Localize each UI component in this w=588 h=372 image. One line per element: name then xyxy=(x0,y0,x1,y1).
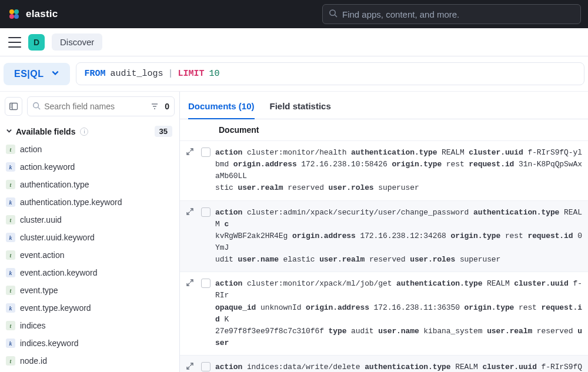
field-type-badge: k xyxy=(6,268,15,277)
document-summary[interactable]: action indices:data/write/delete authent… xyxy=(215,361,582,372)
field-item[interactable]: tcluster.uuid xyxy=(0,211,179,229)
field-item[interactable]: kindices.keyword xyxy=(0,334,179,352)
row-checkbox[interactable] xyxy=(201,148,211,157)
document-summary[interactable]: action cluster:admin/xpack/security/user… xyxy=(215,207,582,266)
field-name: event.type.keyword xyxy=(20,303,91,313)
field-name: authentication.type.keyword xyxy=(20,197,122,207)
available-fields-label: Available fields xyxy=(16,127,75,136)
svg-point-1 xyxy=(14,9,19,14)
svg-point-3 xyxy=(14,14,19,19)
field-type-badge: k xyxy=(6,303,15,313)
query-bar: ES|QL FROM audit_logs | LIMIT 10 xyxy=(0,56,588,92)
top-header: elastic Find apps, content, and more. xyxy=(0,0,588,28)
field-item[interactable]: kcluster.uuid.keyword xyxy=(0,229,179,246)
expand-icon[interactable] xyxy=(186,278,196,349)
space-avatar[interactable]: D xyxy=(28,34,45,51)
chevron-down-icon xyxy=(6,128,12,136)
field-name: cluster.uuid.keyword xyxy=(20,233,95,242)
field-item[interactable]: kaction.keyword xyxy=(0,158,179,176)
field-item[interactable]: knode.id.keyword xyxy=(0,370,179,372)
field-name: authentication.type xyxy=(20,180,89,189)
search-icon xyxy=(329,9,338,19)
field-name: indices xyxy=(20,321,46,330)
fields-sidebar: 0 Available fields i 35 tactionkaction.k… xyxy=(0,92,180,372)
document-row: action cluster:admin/xpack/security/user… xyxy=(180,201,588,273)
field-item[interactable]: kevent.action.keyword xyxy=(0,264,179,281)
filter-settings-icon[interactable] xyxy=(151,102,159,112)
chevron-down-icon xyxy=(51,69,59,79)
field-name: event.action.keyword xyxy=(20,268,98,277)
documents-list: action cluster:monitor/health authentica… xyxy=(180,141,588,372)
app-name-chip[interactable]: Discover xyxy=(52,33,102,51)
query-keyword-from: FROM xyxy=(85,69,106,79)
field-type-badge: k xyxy=(6,197,15,207)
field-type-badge: t xyxy=(6,286,15,295)
expand-icon[interactable] xyxy=(186,207,196,266)
field-item[interactable]: tevent.action xyxy=(0,246,179,264)
sub-header: D Discover xyxy=(0,28,588,56)
document-row: action cluster:monitor/xpack/ml/job/get … xyxy=(180,272,588,356)
field-item[interactable]: tauthentication.type xyxy=(0,176,179,193)
query-limit-value: 10 xyxy=(209,69,220,79)
field-item[interactable]: tnode.id xyxy=(0,352,179,370)
row-checkbox[interactable] xyxy=(201,279,211,288)
field-item[interactable]: kauthentication.type.keyword xyxy=(0,193,179,211)
main-content: 0 Available fields i 35 tactionkaction.k… xyxy=(0,92,588,372)
field-type-badge: t xyxy=(6,250,15,260)
field-type-badge: t xyxy=(6,145,15,154)
svg-line-5 xyxy=(335,15,337,17)
svg-point-2 xyxy=(9,14,14,19)
field-name: action xyxy=(20,145,42,154)
available-fields-count: 35 xyxy=(155,126,172,137)
field-name: event.action xyxy=(20,250,65,260)
query-language-button[interactable]: ES|QL xyxy=(4,63,70,85)
available-fields-header[interactable]: Available fields i 35 xyxy=(0,121,179,140)
field-list: tactionkaction.keywordtauthentication.ty… xyxy=(0,140,179,372)
field-name: node.id xyxy=(20,356,47,366)
svg-point-11 xyxy=(34,102,39,108)
query-keyword-limit: LIMIT xyxy=(178,69,205,79)
svg-point-0 xyxy=(9,9,14,14)
global-search[interactable]: Find apps, content, and more. xyxy=(322,4,581,24)
field-item[interactable]: tindices xyxy=(0,317,179,334)
field-name: event.type xyxy=(20,286,58,295)
field-type-badge: t xyxy=(6,356,15,366)
documents-column-header: Document xyxy=(180,119,588,141)
global-search-placeholder: Find apps, content, and more. xyxy=(342,9,459,19)
svg-line-12 xyxy=(38,107,41,109)
document-row: action indices:data/write/delete authent… xyxy=(180,356,588,372)
tab-field-statistics[interactable]: Field statistics xyxy=(270,98,331,119)
query-table: audit_logs xyxy=(111,69,163,79)
menu-toggle-icon[interactable] xyxy=(8,37,21,48)
field-item[interactable]: tevent.type xyxy=(0,281,179,299)
query-pipe: | xyxy=(168,69,173,79)
field-name: action.keyword xyxy=(20,162,75,172)
field-search[interactable]: 0 xyxy=(27,96,175,116)
query-language-label: ES|QL xyxy=(14,69,44,79)
query-input[interactable]: FROM audit_logs | LIMIT 10 xyxy=(76,62,584,85)
search-icon xyxy=(32,102,41,112)
expand-icon[interactable] xyxy=(186,147,196,195)
svg-point-4 xyxy=(330,10,335,15)
brand-name: elastic xyxy=(26,8,58,20)
field-item[interactable]: kevent.type.keyword xyxy=(0,299,179,317)
sidebar-toggle-button[interactable] xyxy=(5,97,22,116)
field-filter-count: 0 xyxy=(165,102,169,111)
tab-documents[interactable]: Documents (10) xyxy=(188,98,255,119)
field-type-badge: t xyxy=(6,180,15,189)
field-name: indices.keyword xyxy=(20,339,79,348)
info-icon[interactable]: i xyxy=(80,128,88,136)
document-summary[interactable]: action cluster:monitor/health authentica… xyxy=(215,147,582,195)
field-type-badge: k xyxy=(6,162,15,172)
field-type-badge: k xyxy=(6,233,15,242)
field-name: cluster.uuid xyxy=(20,215,62,224)
field-type-badge: k xyxy=(6,339,15,348)
row-checkbox[interactable] xyxy=(201,207,211,217)
document-summary[interactable]: action cluster:monitor/xpack/ml/job/get … xyxy=(215,278,582,349)
row-checkbox[interactable] xyxy=(201,362,211,371)
results-panel: Documents (10) Field statistics Document… xyxy=(180,92,588,372)
field-search-input[interactable] xyxy=(44,102,147,111)
expand-icon[interactable] xyxy=(186,361,196,372)
field-type-badge: t xyxy=(6,215,15,224)
field-item[interactable]: taction xyxy=(0,140,179,158)
